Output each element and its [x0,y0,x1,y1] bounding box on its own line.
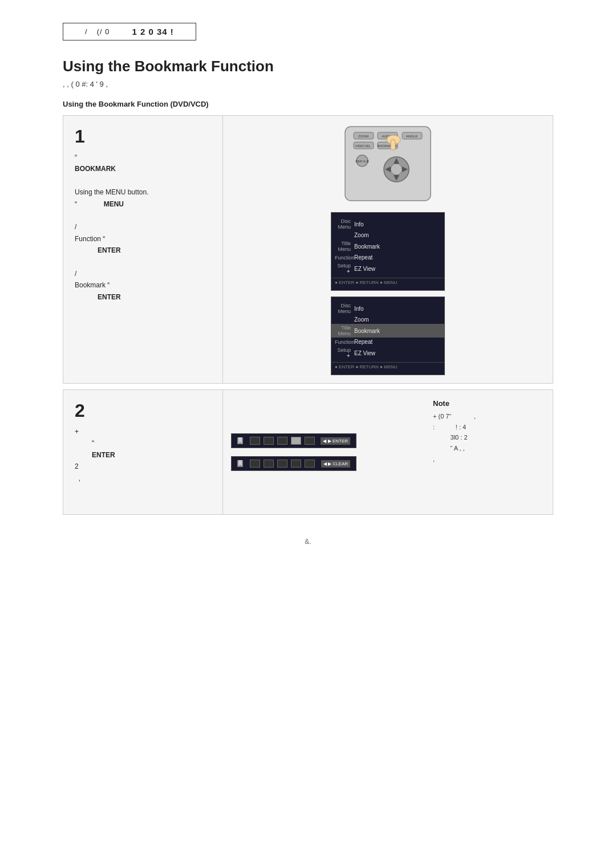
step1-function-line: Function “ [75,233,211,245]
menu-row-zoom: Zoom [331,231,444,239]
setup-icon: Setup ✦ [335,263,351,274]
bm-slot-5 [305,437,315,445]
header-part3: 1 2 0 34 ! [132,27,173,36]
bm-slot2-5 [305,460,315,468]
step1-text: “ BOOKMARK Using the MENU button. “ MENU… [75,152,211,303]
svg-rect-12 [391,140,395,150]
bookmark-bar-1: ◀ ▶ ENTER [231,433,356,448]
section-label: Using the Bookmark Function (DVD/VCD) [63,100,553,108]
step2-text: + “ ENTER 2 , [75,426,211,484]
menu2-row-zoom: Zoom [331,315,444,324]
page-subtitle: , , ( 0 #: 4 ' 9 , [63,80,553,88]
bm-slot-2 [264,437,274,445]
menu-row-ezview: Setup ✦ EZ View [331,262,444,275]
bm-slot2-4 [291,460,301,468]
step2-left: 2 + “ ENTER 2 , [63,390,223,514]
disc-menu-icon: Disc Menu [335,218,351,230]
svg-text:VIDEO SEL.: VIDEO SEL. [355,144,371,148]
step2-right: ◀ ▶ ENTER ◀ ▶ CLEAR [223,390,427,514]
title-menu-icon: Title Menu [335,241,351,252]
header-part2: (/ 0 [97,27,110,36]
step2-line4: , [75,473,211,484]
step1-enter2: ENTER [75,291,211,303]
note-text: + (0 7“ , : ! : 4 3l0 : 2 “ A , , , [433,411,547,464]
menu2-row-discmenu: Disc Menu Info [331,302,444,315]
step1-bookmark-label: BOOKMARK [75,163,211,174]
svg-text:REP A-B: REP A-B [355,160,369,163]
note-section: Note + (0 7“ , : ! : 4 3l0 : 2 “ A , , , [427,390,553,514]
step1-slash2: / [75,268,211,279]
step1-box: 1 “ BOOKMARK Using the MENU button. “ ME… [63,115,553,384]
page-footer: &. [63,538,553,557]
step1-line0: “ [75,152,211,163]
note-line3: 3l0 : 2 [433,432,547,443]
bookmark-icon-1 [237,437,246,445]
menu-footer-1: ● ENTER ● RETURN ● MENU [331,278,444,287]
header-bar: / (/ 0 1 2 0 34 ! [63,23,196,40]
step1-right: ZOOM AUDIO ANGLE VIDEO SEL. BOOKMARK REP [223,116,553,383]
bm-slot2-3 [277,460,287,468]
note-line1: + (0 7“ , [433,411,547,422]
step2-number: 2 [75,400,211,421]
bookmark-bar-2: ◀ ▶ CLEAR [231,456,356,471]
step2-line2: “ [75,437,211,449]
bm-slot-active [291,437,301,445]
menu-footer-2: ● ENTER ● RETURN ● MENU [331,362,444,371]
step1-number: 1 [75,126,211,147]
step2-line3: 2 [75,461,211,472]
note-line4: “ A , , [433,443,547,454]
step1-menu-intro: Using the MENU button. [75,186,211,198]
menu2-row-repeat: Function Repeat [331,338,444,346]
step2-box: 2 + “ ENTER 2 , [63,389,553,515]
note-line2: : ! : 4 [433,422,547,433]
step2-enter: ENTER [75,449,211,461]
note-title: Note [433,399,547,408]
bm-slot2-1 [250,460,260,468]
svg-text:ANGLE: ANGLE [406,135,418,138]
page-title: Using the Bookmark Function [63,58,553,75]
note-line5: , [433,454,547,465]
bm-slot2-2 [264,460,274,468]
step1-left: 1 “ BOOKMARK Using the MENU button. “ ME… [63,116,223,383]
bm-clear-label: ◀ ▶ CLEAR [321,460,350,468]
header-part1: / [85,27,88,36]
step1-slash1: / [75,221,211,233]
bm-slot-3 [277,437,287,445]
function-icon: Function [335,255,351,261]
menu-screen-1: Disc Menu Info Zoom Title Menu Bookmark … [331,212,445,291]
step1-bookmark-line: Bookmark “ [75,279,211,291]
remote-illustration: ZOOM AUDIO ANGLE VIDEO SEL. BOOKMARK REP [339,124,436,206]
bookmark-icon-2 [237,460,246,468]
step1-menu-line: “ MENU [75,198,211,210]
menu-row-bookmark: Title Menu Bookmark [331,239,444,253]
step2-line1: + [75,426,211,437]
bm-enter-label: ◀ ▶ ENTER [321,437,350,445]
svg-point-16 [391,164,402,175]
menu-row-discmenu: Disc Menu Info [331,217,444,231]
step1-enter1: ENTER [75,245,211,256]
menu-row-repeat: Function Repeat [331,253,444,262]
menu2-row-ezview: Setup ✦ EZ View [331,346,444,360]
bm-slot-1 [250,437,260,445]
menu-screen-2: Disc Menu Info Zoom Title Menu Bookmark … [331,296,445,375]
menu2-row-bookmark: Title Menu Bookmark [331,324,444,338]
svg-text:ZOOM: ZOOM [358,135,368,138]
